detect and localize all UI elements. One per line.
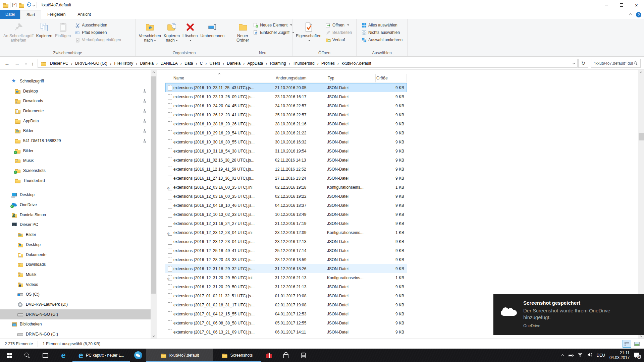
back-button[interactable]: ←	[3, 59, 11, 68]
clock[interactable]: 21:11 04.03.2017	[609, 351, 630, 360]
new-item-button[interactable]: Neues Element	[252, 21, 296, 29]
pin-to-quick-access-button[interactable]: An Schnellzugriffanheften	[2, 20, 35, 44]
file-row[interactable]: extensions (2016_12_31 18_29_32 UTC).js.…	[165, 264, 407, 273]
file-row[interactable]: extensions (2016_12_03 16_00_35 UTC).js.…	[165, 192, 407, 201]
column-header--nderungsdatum[interactable]: Änderungsdatum	[275, 74, 327, 82]
pinned-icon[interactable]	[142, 128, 147, 133]
sidebar-scrollbar-thumb[interactable]	[151, 76, 156, 294]
qat-new-folder-icon[interactable]	[18, 2, 24, 8]
taskbar-button-start[interactable]	[0, 349, 18, 362]
taskbar-button-task-view[interactable]	[36, 349, 54, 362]
taskbar-button-ie-window[interactable]: ePC kaputt - neuer L...	[72, 349, 130, 362]
taskbar-button-explorer-screenshots[interactable]: Screenshots	[213, 349, 261, 362]
address-dropdown-icon[interactable]	[573, 62, 575, 64]
taskbar-button-store[interactable]	[277, 349, 294, 362]
breadcrumb-item[interactable]: kxut94o7.default	[339, 59, 373, 67]
tray-overflow-chevron-icon[interactable]	[561, 354, 564, 356]
cut-button[interactable]: Ausschneiden	[73, 21, 122, 29]
taskbar-button-explorer-kxut94o7[interactable]: kxut94o7.default	[146, 349, 213, 362]
qat-customize-chevron-icon[interactable]	[33, 4, 35, 6]
copy-path-button[interactable]: W... Pfad kopieren	[73, 29, 122, 36]
address-bar[interactable]: Dieser PC›DRIVE-N-GO (G:)›FileHistory›Da…	[38, 59, 578, 68]
sidebar-item-bilder[interactable]: Bilder	[0, 126, 151, 136]
sidebar-item-dokumente[interactable]: Dokumente	[0, 250, 151, 260]
sidebar-item-bibliotheken[interactable]: Bibliotheken	[0, 319, 151, 329]
copy-to-button[interactable]: Kopierennach	[162, 20, 181, 43]
forward-button[interactable]: →	[13, 59, 21, 68]
minimize-button[interactable]	[599, 0, 614, 10]
rename-button[interactable]: Umbenennen	[199, 20, 226, 43]
sidebar-item-musik[interactable]: ♪Musik	[0, 156, 151, 166]
file-row[interactable]: extensions (2016_12_04 18_10_46 UTC).js.…	[165, 201, 407, 210]
pinned-icon[interactable]	[142, 119, 147, 123]
sidebar-item-videos[interactable]: Videos	[0, 280, 151, 290]
new-folder-button[interactable]: NeuerOrdner	[235, 20, 250, 43]
breadcrumb-item[interactable]: Thunderbird	[291, 59, 317, 67]
search-input[interactable]	[591, 61, 634, 66]
history-button[interactable]: Verlauf	[324, 36, 353, 44]
breadcrumb-item[interactable]: Daniela	[138, 59, 156, 67]
sidebar-item-os-c-[interactable]: OS (C:)	[0, 289, 151, 299]
sidebar-item-bilder[interactable]: Bilder	[0, 230, 151, 240]
edit-button[interactable]: Bearbeiten	[324, 29, 353, 36]
sidebar-item-dvd-rw-laufwerk-d-[interactable]: DVD-RW-Laufwerk (D:)	[0, 299, 151, 309]
sidebar-item-desktop[interactable]: Desktop	[0, 190, 151, 200]
language-indicator[interactable]: DEU	[597, 353, 605, 358]
pinned-icon[interactable]	[142, 99, 147, 103]
file-row[interactable]: extensions (2016_10_28 18_20_26 UTC).js.…	[165, 119, 407, 128]
search-icon[interactable]	[634, 61, 638, 66]
battery-icon[interactable]	[568, 354, 573, 357]
breadcrumb-item[interactable]: Users	[208, 59, 222, 67]
qat-properties-icon[interactable]	[12, 3, 16, 7]
select-none-button[interactable]: Nichts auswählen	[360, 29, 404, 36]
file-row[interactable]: extensions (2016_12_23 12_23_04 UTC).js.…	[165, 237, 407, 246]
file-row[interactable]: extensions (2017_01_06 13_21_09 UTC).js.…	[165, 327, 407, 337]
sidebar-item-dieser-pc[interactable]: Dieser PC	[0, 220, 151, 230]
sidebar-item-schnellzugriff[interactable]: Schnellzugriff	[0, 76, 151, 86]
column-header-typ[interactable]: Typ	[327, 74, 376, 82]
open-button[interactable]: Öffnen	[324, 21, 353, 29]
file-row[interactable]: extensions (2016_10_24 20_04_45 UTC).js.…	[165, 101, 407, 110]
taskbar-button-search[interactable]	[18, 349, 36, 362]
invert-selection-button[interactable]: Auswahl umkehren	[360, 36, 404, 44]
thumbnail-view-button[interactable]	[633, 340, 641, 348]
sidebar-item-desktop[interactable]: Desktop	[0, 240, 151, 250]
taskbar-button-calculator[interactable]	[294, 349, 312, 362]
refresh-button[interactable]: ↻	[578, 59, 588, 68]
scroll-down-icon[interactable]	[151, 333, 157, 339]
sidebar-item-thunderbird[interactable]: Thunderbird	[0, 176, 151, 186]
file-row[interactable]: extensions (2017_01_02 11_32_51 UTC).js.…	[165, 291, 407, 300]
sidebar-item-appdata[interactable]: AppData	[0, 116, 151, 126]
tab-start[interactable]: Start	[20, 10, 41, 19]
breadcrumb-item[interactable]: Profiles	[319, 59, 337, 67]
column-header-gr-e[interactable]: Größe	[376, 74, 407, 82]
move-to-button[interactable]: Verschiebennach	[138, 20, 162, 43]
file-row[interactable]: extensions (2017_01_02 18_31_17 UTC).js.…	[165, 300, 407, 309]
sidebar-item-downloads[interactable]: ↓Downloads	[0, 259, 151, 269]
file-row[interactable]: extensions (2016_11_02 16_38_26 UTC).js.…	[165, 156, 407, 165]
paste-shortcut-button[interactable]: Verknüpfung einfügen	[73, 36, 122, 44]
breadcrumb-item[interactable]: AppData	[246, 59, 265, 67]
breadcrumb-item[interactable]: Daniela	[225, 59, 243, 67]
sidebar-item-downloads[interactable]: ↓Downloads	[0, 96, 151, 106]
breadcrumb-item[interactable]: DANIELA	[158, 59, 179, 67]
file-row[interactable]: extensions (2016_10_26 12_23_41 UTC).js.…	[165, 110, 407, 119]
pinned-icon[interactable]	[142, 89, 147, 93]
scroll-up-icon[interactable]	[638, 70, 644, 75]
close-button[interactable]: ×	[629, 0, 644, 10]
action-center-icon[interactable]: 2	[634, 352, 641, 358]
scroll-up-icon[interactable]	[151, 70, 157, 75]
taskbar-button-gift-app[interactable]	[261, 349, 277, 362]
file-row[interactable]: extensions (2016_12_31 20_29_50 UTC).js.…	[165, 282, 407, 291]
pinned-icon[interactable]	[142, 109, 147, 113]
onedrive-notification[interactable]: Screenshot gespeichert Der Screenshot wu…	[493, 294, 644, 335]
breadcrumb-item[interactable]: DRIVE-N-GO (G:)	[73, 59, 109, 67]
restore-button[interactable]	[614, 0, 629, 10]
breadcrumb-item[interactable]: Dieser PC	[48, 59, 70, 67]
qat-undo-icon[interactable]	[26, 2, 31, 8]
select-all-button[interactable]: Alles auswählen	[360, 21, 404, 29]
properties-button[interactable]: Eigenschaften	[294, 20, 323, 44]
details-view-button[interactable]	[623, 340, 631, 348]
file-row[interactable]: extensions (2016_10_29 16_29_54 UTC).js.…	[165, 128, 407, 137]
tab-datei[interactable]: Datei	[0, 10, 20, 19]
